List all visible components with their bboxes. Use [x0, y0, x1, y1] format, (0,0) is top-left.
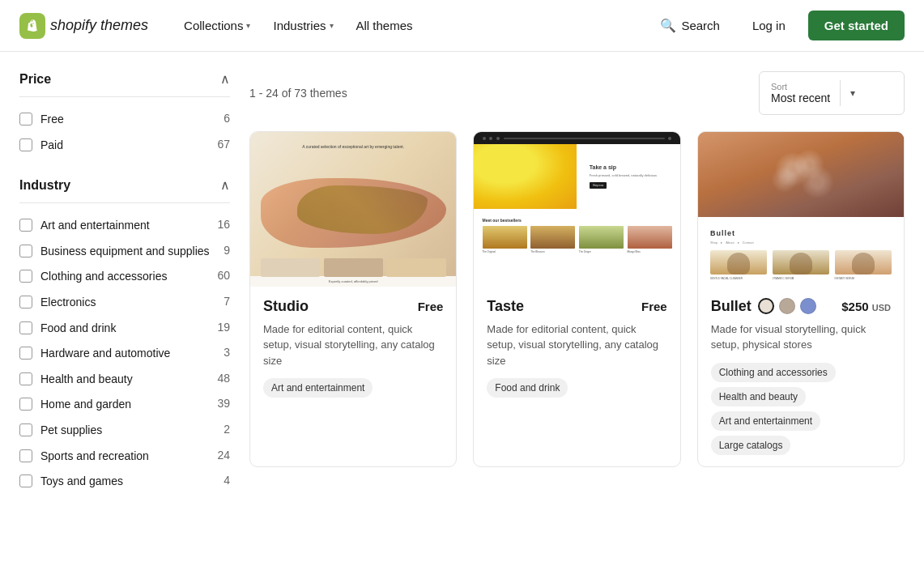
bullet-swatches	[758, 298, 816, 314]
taste-preview-image: Take a sip Fresh pressed, cold brewed, n…	[474, 132, 679, 287]
bullet-tag-1: Health and beauty	[711, 387, 806, 406]
studio-preview-visual: A curated selection of exceptional art b…	[250, 132, 456, 287]
industry-label-4: Food and drink	[40, 321, 209, 337]
price-paid-label: Paid	[40, 138, 209, 154]
price-free-label: Free	[40, 112, 215, 128]
taste-topbar	[474, 132, 679, 144]
industry-item-3[interactable]: Electronics 7	[19, 290, 230, 316]
industry-item-5[interactable]: Hardware and automotive 3	[19, 341, 230, 367]
industry-label-7: Home and garden	[40, 397, 209, 413]
get-started-button[interactable]: Get started	[808, 11, 905, 40]
theme-card-taste[interactable]: Take a sip Fresh pressed, cold brewed, n…	[473, 131, 680, 467]
login-button[interactable]: Log in	[743, 12, 795, 39]
sort-dropdown[interactable]: Sort Most recent ▾	[759, 71, 905, 115]
studio-art-blob	[261, 178, 446, 248]
collections-chevron-icon: ▾	[246, 21, 250, 30]
industry-checkbox-2[interactable]	[19, 270, 32, 283]
studio-price: Free	[418, 300, 444, 313]
industry-filter-title: Industry	[19, 178, 70, 193]
industry-item-6[interactable]: Health and beauty 48	[19, 367, 230, 393]
industry-checkbox-8[interactable]	[19, 423, 32, 436]
nav-industries[interactable]: Industries ▾	[263, 12, 343, 39]
taste-hero: Take a sip Fresh pressed, cold brewed, n…	[474, 144, 679, 209]
industry-checkbox-10[interactable]	[19, 474, 32, 487]
logo[interactable]: shopify themes	[19, 13, 148, 39]
industry-count-2: 60	[217, 269, 230, 282]
industry-count-5: 3	[224, 346, 230, 359]
industry-item-4[interactable]: Food and drink 19	[19, 316, 230, 342]
industries-chevron-icon: ▾	[330, 21, 334, 30]
industry-items: Art and entertainment 16 Business equipm…	[19, 213, 230, 495]
studio-name-row: Studio Free	[263, 298, 443, 315]
industry-item-8[interactable]: Pet supplies 2	[19, 418, 230, 444]
industry-filter-header: Industry ∧	[19, 177, 230, 203]
industry-checkbox-3[interactable]	[19, 296, 32, 309]
bullet-tag-2: Art and entertainment	[711, 411, 820, 431]
industry-checkbox-1[interactable]	[19, 245, 32, 257]
industry-filter-toggle[interactable]: ∧	[220, 177, 230, 193]
industry-label-2: Clothing and accessories	[40, 269, 209, 285]
industry-item-10[interactable]: Toys and games 4	[19, 469, 230, 495]
nav-collections[interactable]: Collections ▾	[174, 12, 260, 39]
industry-label-6: Health and beauty	[40, 372, 209, 388]
taste-hero-image	[474, 144, 577, 209]
industry-checkbox-5[interactable]	[19, 347, 32, 360]
industry-count-10: 4	[224, 474, 230, 487]
taste-products: Meet our bestsellers The Original The Bl…	[474, 209, 679, 261]
theme-card-bullet[interactable]: Bullet Shop▸About▸Contact GENTLE FACIAL …	[697, 131, 905, 467]
industry-label-1: Business equipment and supplies	[40, 244, 215, 260]
bullet-info: Bullet $250 USD Made for visual storytel…	[698, 287, 904, 466]
industry-item-9[interactable]: Sports and recreation 24	[19, 444, 230, 470]
bullet-preview-visual: Bullet Shop▸About▸Contact GENTLE FACIAL …	[698, 132, 904, 287]
taste-preview-visual: Take a sip Fresh pressed, cold brewed, n…	[474, 132, 679, 287]
search-icon: 🔍	[660, 18, 676, 33]
industry-item-1[interactable]: Business equipment and supplies 9	[19, 239, 230, 265]
industry-checkbox-6[interactable]	[19, 372, 32, 385]
industry-item-2[interactable]: Clothing and accessories 60	[19, 264, 230, 290]
price-paid-checkbox[interactable]	[19, 138, 32, 151]
industry-count-3: 7	[224, 295, 230, 308]
taste-name: Taste	[487, 298, 524, 315]
taste-name-row: Taste Free	[487, 298, 666, 315]
industry-label-8: Pet supplies	[40, 423, 215, 439]
bullet-preview-image: Bullet Shop▸About▸Contact GENTLE FACIAL …	[698, 132, 904, 287]
main-layout: Price ∧ Free 6 Paid 67 Industry ∧	[0, 52, 924, 534]
bullet-tags: Clothing and accessories Health and beau…	[711, 363, 891, 455]
bullet-description: Made for visual storytelling, quick setu…	[711, 321, 891, 353]
industry-checkbox-0[interactable]	[19, 219, 32, 232]
bullet-hero-image	[698, 132, 904, 217]
industry-count-1: 9	[224, 244, 230, 257]
header: shopify themes Collections ▾ Industries …	[0, 0, 924, 52]
svg-rect-0	[19, 13, 45, 39]
industry-item-7[interactable]: Home and garden 39	[19, 392, 230, 418]
bullet-swatch-0[interactable]	[758, 298, 774, 314]
bullet-swatch-2[interactable]	[800, 298, 816, 314]
shopify-bag-icon	[19, 13, 45, 39]
bullet-tag-3: Large catalogs	[711, 436, 791, 455]
industry-checkbox-7[interactable]	[19, 398, 32, 411]
industry-checkbox-4[interactable]	[19, 321, 32, 334]
industry-count-4: 19	[217, 321, 230, 334]
industry-item-0[interactable]: Art and entertainment 16	[19, 213, 230, 239]
price-filter-header: Price ∧	[19, 71, 230, 97]
nav-all-themes[interactable]: All themes	[347, 12, 423, 39]
taste-description: Made for editorial content, quick setup,…	[487, 321, 666, 369]
bullet-tag-0: Clothing and accessories	[711, 363, 836, 382]
sort-value: Most recent	[771, 91, 830, 104]
main-nav: Collections ▾ Industries ▾ All themes	[174, 12, 422, 39]
price-filter-section: Price ∧ Free 6 Paid 67	[19, 71, 230, 158]
price-free-checkbox[interactable]	[19, 113, 32, 126]
search-button[interactable]: 🔍 Search	[650, 11, 730, 40]
bullet-products-grid: GENTLE FACIAL CLEANSER VITAMIN C SERUM I…	[710, 250, 892, 280]
studio-tag-0: Art and entertainment	[263, 378, 373, 398]
content-header: 1 - 24 of 73 themes Sort Most recent ▾	[249, 71, 905, 115]
price-paid-item[interactable]: Paid 67	[19, 133, 230, 159]
bullet-name: Bullet	[711, 298, 752, 315]
price-free-item[interactable]: Free 6	[19, 107, 230, 133]
theme-card-studio[interactable]: A curated selection of exceptional art b…	[249, 131, 457, 467]
industry-checkbox-9[interactable]	[19, 449, 32, 462]
bullet-swatch-1[interactable]	[779, 298, 795, 314]
industry-count-0: 16	[217, 218, 230, 231]
studio-info: Studio Free Made for editorial content, …	[250, 287, 456, 410]
price-filter-toggle[interactable]: ∧	[220, 71, 230, 87]
